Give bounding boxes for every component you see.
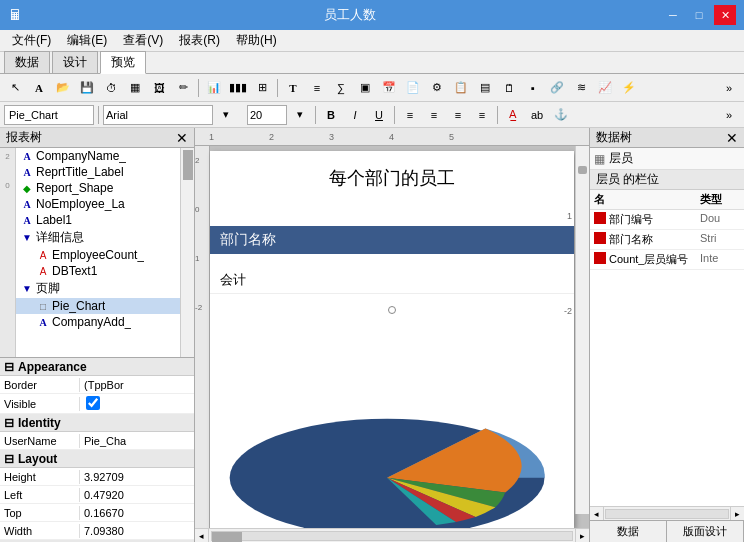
underline-btn[interactable]: U (368, 104, 390, 126)
props-border-val[interactable]: (TppBor (80, 378, 194, 392)
align-left-btn[interactable]: ≡ (399, 104, 421, 126)
expr-btn[interactable]: ∑ (330, 77, 352, 99)
save-btn[interactable]: 💾 (76, 77, 98, 99)
var-btn[interactable]: ≋ (570, 77, 592, 99)
open-btn[interactable]: 📂 (52, 77, 74, 99)
tree-item-reportshape[interactable]: ◆ Report_Shape (16, 180, 194, 196)
bold-btn[interactable]: B (320, 104, 342, 126)
collapse-layout-icon[interactable]: ⊟ (4, 452, 14, 466)
tree-item-reprttitle[interactable]: A ReprtTitle_Label (16, 164, 194, 180)
props-width-val[interactable]: 7.09380 (80, 524, 194, 538)
rtf-btn[interactable]: 🗒 (498, 77, 520, 99)
fields-type-col: 类型 (700, 192, 740, 207)
align-right-btn[interactable]: ≡ (447, 104, 469, 126)
tree-item-noemployee[interactable]: A NoEmployee_La (16, 196, 194, 212)
fields-header: 名 类型 (590, 190, 744, 210)
props-height-val[interactable]: 3.92709 (80, 470, 194, 484)
font-dropdown-btn[interactable]: ▾ (215, 104, 237, 126)
bottom-tab-layout[interactable]: 版面设计 (667, 521, 744, 542)
clock-btn[interactable]: ⏱ (100, 77, 122, 99)
field-btn[interactable]: ≡ (306, 77, 328, 99)
page-btn[interactable]: 📄 (402, 77, 424, 99)
report-btn[interactable]: 📋 (450, 77, 472, 99)
minimize-button[interactable]: ─ (662, 5, 684, 25)
field-item-count[interactable]: Count_层员编号 Inte (590, 250, 744, 270)
font-size-input[interactable] (247, 105, 287, 125)
menu-edit[interactable]: 编辑(E) (59, 30, 115, 51)
h-scrollbar[interactable]: ◂ ▸ (195, 528, 589, 542)
tab-preview[interactable]: 预览 (100, 51, 146, 74)
text2-btn[interactable]: T (282, 77, 304, 99)
props-section-identity: ⊟ Identity (0, 414, 194, 432)
draw-btn[interactable]: ✏ (172, 77, 194, 99)
tree-panel-close[interactable]: ✕ (176, 131, 188, 145)
scroll-left-btn[interactable]: ◂ (195, 529, 209, 543)
table-btn[interactable]: ▦ (124, 77, 146, 99)
menu-view[interactable]: 查看(V) (115, 30, 171, 51)
date-btn[interactable]: 📅 (378, 77, 400, 99)
chart2-btn[interactable]: 📈 (594, 77, 616, 99)
name-box[interactable] (4, 105, 94, 125)
cursor-tool-btn[interactable]: ↖ (4, 77, 26, 99)
highlight-btn[interactable]: ab (526, 104, 548, 126)
more-tools-btn[interactable]: » (718, 77, 740, 99)
scroll-right-btn[interactable]: ▸ (575, 529, 589, 543)
extra-btn[interactable]: ⚡ (618, 77, 640, 99)
props-top-val[interactable]: 0.16670 (80, 506, 194, 520)
toolbar2-more-btn[interactable]: » (718, 104, 740, 126)
scroll-thumb[interactable] (212, 532, 242, 542)
tree-scrollbar[interactable] (180, 148, 194, 357)
font-name-select[interactable] (103, 105, 213, 125)
bar-btn[interactable]: ▮▮▮ (227, 77, 249, 99)
menu-report[interactable]: 报表(R) (171, 30, 228, 51)
more-btn[interactable]: ▪ (522, 77, 544, 99)
right-fields-group-label: 层员 的栏位 (596, 171, 659, 188)
visible-checkbox[interactable] (86, 396, 100, 410)
tree-item-footer[interactable]: ▼ 页脚 (16, 279, 194, 298)
bottom-tab-data[interactable]: 数据 (590, 521, 667, 542)
field-icon-dept-no (594, 212, 606, 224)
menu-file[interactable]: 文件(F) (4, 30, 59, 51)
tree-item-companyname[interactable]: A CompanyName_ (16, 148, 194, 164)
props-visible-key: Visible (0, 397, 80, 411)
right-panel-close[interactable]: ✕ (726, 131, 738, 145)
font-size-dropdown-btn[interactable]: ▾ (289, 104, 311, 126)
field-item-dept-name[interactable]: 部门名称 Stri (590, 230, 744, 250)
link-btn[interactable]: 🔗 (546, 77, 568, 99)
tree-item-piechart[interactable]: □ Pie_Chart (16, 298, 194, 314)
tree-item-empcount[interactable]: A EmployeeCount_ (16, 247, 194, 263)
maximize-button[interactable]: □ (688, 5, 710, 25)
tree-item-details[interactable]: ▼ 详细信息 (16, 228, 194, 247)
tab-data[interactable]: 数据 (4, 51, 50, 73)
toolbar2: ▾ ▾ B I U ≡ ≡ ≡ ≡ A̲ ab ⚓ » (0, 102, 744, 128)
field-item-dept-no[interactable]: 部门编号 Dou (590, 210, 744, 230)
sys-btn[interactable]: ⚙ (426, 77, 448, 99)
table-icon: ▦ (594, 152, 605, 166)
right-h-scrollbar[interactable]: ◂ ▸ (590, 506, 744, 520)
menu-help[interactable]: 帮助(H) (228, 30, 285, 51)
props-section-layout: ⊟ Layout (0, 450, 194, 468)
font-color-btn[interactable]: A̲ (502, 104, 524, 126)
italic-btn[interactable]: I (344, 104, 366, 126)
props-left-val[interactable]: 0.47920 (80, 488, 194, 502)
v-scrollbar[interactable] (575, 146, 589, 514)
grid-btn[interactable]: ⊞ (251, 77, 273, 99)
right-scroll-left-btn[interactable]: ◂ (590, 507, 604, 521)
chart-btn[interactable]: 📊 (203, 77, 225, 99)
barcode-btn[interactable]: ▤ (474, 77, 496, 99)
right-scroll-right-btn[interactable]: ▸ (730, 507, 744, 521)
tree-item-dbtext1[interactable]: A DBText1 (16, 263, 194, 279)
collapse-appearance-icon[interactable]: ⊟ (4, 360, 14, 374)
props-username-val[interactable]: Pie_Cha (80, 434, 194, 448)
align-center-btn[interactable]: ≡ (423, 104, 445, 126)
close-button[interactable]: ✕ (714, 5, 736, 25)
tree-item-company-add[interactable]: A CompanyAdd_ (16, 314, 194, 330)
tab-design[interactable]: 设计 (52, 51, 98, 73)
tree-item-label1[interactable]: A Label1 (16, 212, 194, 228)
collapse-identity-icon[interactable]: ⊟ (4, 416, 14, 430)
image-btn[interactable]: 🖼 (148, 77, 170, 99)
img2-btn[interactable]: ▣ (354, 77, 376, 99)
text-tool-btn[interactable]: A (28, 77, 50, 99)
align-justify-btn[interactable]: ≡ (471, 104, 493, 126)
anchor-btn[interactable]: ⚓ (550, 104, 572, 126)
